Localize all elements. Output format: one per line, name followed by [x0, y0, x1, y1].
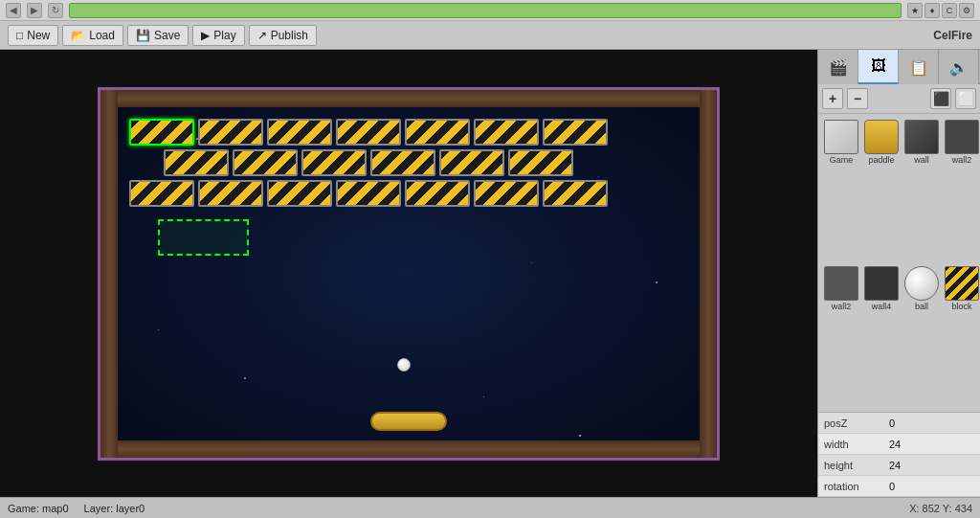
layer-value: layer0 [116, 503, 145, 514]
wood-border-left [100, 90, 118, 458]
block[interactable] [164, 149, 229, 176]
tab-sprites[interactable]: 🖼 [858, 50, 899, 84]
refresh-button[interactable]: ↻ [48, 3, 63, 18]
sprite-item-wall2[interactable]: wall2 [943, 118, 980, 262]
prop-val-height[interactable]: 24 [885, 460, 980, 471]
game-status: Game: map0 [8, 503, 69, 514]
tab-sounds[interactable]: 🔊 [939, 50, 979, 84]
sprite-label-ball: ball [915, 302, 928, 311]
browser-bar: ◀ ▶ ↻ ★ ♦ C ⚙ [0, 0, 980, 21]
browser-icon-4[interactable]: ⚙ [959, 3, 974, 18]
sprite-item-wall4[interactable]: wall4 [862, 264, 901, 409]
properties-panel: posZ 0 width 24 height 24 rotation 0 [818, 412, 980, 497]
save-label: Save [154, 29, 180, 42]
url-bar[interactable] [69, 3, 902, 18]
block-row-3 [129, 180, 688, 207]
sprite-item-wall2b[interactable]: wall2 [822, 264, 860, 409]
play-label: Play [213, 29, 235, 42]
new-label: New [27, 29, 50, 42]
publish-label: Publish [271, 29, 308, 42]
block[interactable] [198, 119, 263, 146]
coords-status: X: 852 Y: 434 [909, 503, 972, 514]
browser-icon-2[interactable]: ♦ [924, 3, 940, 18]
prop-val-posz[interactable]: 0 [885, 417, 980, 429]
block[interactable] [198, 180, 263, 207]
block[interactable] [543, 119, 608, 146]
block[interactable] [336, 180, 401, 207]
selection-box [158, 219, 249, 256]
game-label: Game: [8, 503, 39, 514]
new-icon: □ [16, 29, 23, 42]
sprite-grid: Game paddle wall wall2 wall2 wall4 [818, 114, 980, 412]
game-board[interactable] [98, 87, 720, 461]
sprite-item-game[interactable]: Game [822, 118, 860, 262]
ball-thumb [904, 266, 939, 301]
load-button[interactable]: 📂 Load [62, 25, 123, 46]
block-row-1 [129, 119, 688, 146]
panel-option-2[interactable]: ⬜ [955, 88, 976, 109]
layer-status: Layer: layer0 [84, 503, 145, 514]
sprite-item-wall[interactable]: wall [902, 118, 941, 262]
publish-icon: ↗ [257, 29, 267, 42]
sprite-label-wall2b: wall2 [832, 302, 852, 311]
add-sprite-button[interactable]: + [822, 88, 843, 109]
sprite-label-wall: wall [914, 155, 929, 165]
browser-icon-1[interactable]: ★ [907, 3, 923, 18]
tab-scenes[interactable]: 🎬 [818, 50, 858, 84]
panel-option-1[interactable]: ⬛ [930, 88, 951, 109]
play-button[interactable]: ▶ Play [192, 25, 244, 46]
wall3-thumb [824, 266, 858, 301]
sprite-label-wall4: wall4 [872, 302, 892, 311]
block[interactable] [370, 149, 435, 176]
block[interactable] [301, 149, 367, 176]
prop-val-rotation[interactable]: 0 [885, 481, 980, 492]
new-button[interactable]: □ New [8, 25, 58, 46]
prop-key-posz: posZ [818, 417, 885, 429]
prop-key-rotation: rotation [818, 481, 885, 492]
sprite-item-paddle[interactable]: paddle [862, 118, 901, 262]
game-value: map0 [42, 503, 69, 514]
block[interactable] [439, 149, 504, 176]
panel-tabs: 🎬 🖼 📋 🔊 [818, 50, 980, 84]
canvas-area[interactable] [0, 50, 817, 497]
block[interactable] [233, 149, 298, 176]
sprite-label-game: Game [830, 155, 854, 165]
load-icon: 📂 [71, 29, 85, 42]
block[interactable] [405, 119, 470, 146]
block[interactable] [543, 180, 608, 207]
sprite-item-block[interactable]: block [943, 264, 980, 409]
prop-row-height: height 24 [818, 455, 980, 476]
publish-button[interactable]: ↗ Publish [249, 25, 317, 46]
prop-key-height: height [818, 460, 885, 471]
block[interactable] [267, 119, 332, 146]
sprite-item-ball[interactable]: ball [902, 264, 941, 409]
block[interactable] [508, 149, 573, 176]
remove-sprite-button[interactable]: − [847, 88, 868, 109]
sprite-label-block: block [951, 302, 971, 311]
panel-toolbar: + − ⬛ ⬜ [818, 84, 980, 114]
save-button[interactable]: 💾 Save [127, 25, 189, 46]
block[interactable] [267, 180, 332, 207]
ball[interactable] [397, 358, 411, 372]
prop-val-width[interactable]: 24 [885, 439, 980, 450]
browser-icons: ★ ♦ C ⚙ [907, 3, 974, 18]
game-board-inner [100, 90, 717, 458]
paddle[interactable] [370, 412, 447, 431]
toolbar: □ New 📂 Load 💾 Save ▶ Play ↗ Publish Cel… [0, 21, 980, 50]
block[interactable] [336, 119, 401, 146]
wood-border-right [700, 90, 717, 458]
tab-layers[interactable]: 📋 [899, 50, 939, 84]
game-thumb [824, 120, 858, 154]
right-panel: 🎬 🖼 📋 🔊 + − ⬛ ⬜ Game paddle wall [817, 50, 980, 497]
block[interactable] [129, 180, 194, 207]
prop-row-rotation: rotation 0 [818, 476, 980, 497]
browser-icon-3[interactable]: C [942, 3, 957, 18]
forward-button[interactable]: ▶ [27, 3, 42, 18]
back-button[interactable]: ◀ [6, 3, 21, 18]
block[interactable] [474, 180, 539, 207]
block[interactable] [474, 119, 539, 146]
blocks-container [129, 119, 688, 211]
block[interactable] [405, 180, 470, 207]
block-selected[interactable] [129, 119, 194, 146]
paddle-thumb [864, 120, 899, 154]
